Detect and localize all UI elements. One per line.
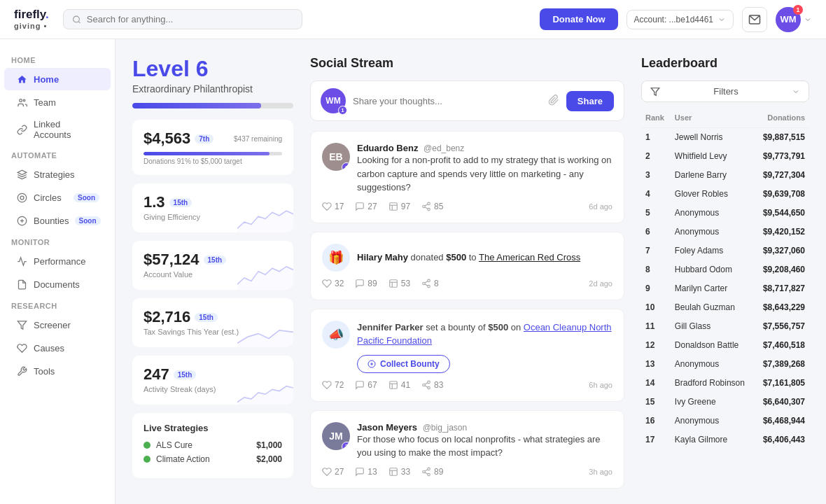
post3-share[interactable]: 41 (388, 380, 410, 390)
leaderboard-row: 6 Anonymous $9,420,152 (641, 223, 809, 241)
sidebar-item-bounties[interactable]: Bounties Soon (4, 209, 111, 232)
post1-share[interactable]: 97 (388, 202, 410, 211)
chevron-down-icon (718, 15, 726, 24)
strategy-dot-als (144, 442, 150, 449)
svg-line-42 (425, 469, 428, 470)
svg-point-33 (423, 384, 426, 386)
compose-input[interactable] (353, 96, 541, 106)
sidebar-item-circles[interactable]: Circles Soon (4, 186, 111, 209)
post3-repost[interactable]: 83 (421, 380, 443, 390)
streak-stat-card: 247 15th Activity Streak (days) (132, 356, 293, 405)
sidebar-item-tools[interactable]: Tools (4, 360, 111, 382)
lb-rank-1: 2 (641, 147, 671, 166)
sidebar-item-circles-label: Circles (34, 192, 62, 203)
filter-label: Filters (664, 86, 788, 97)
mail-button[interactable] (742, 7, 767, 32)
post2-share[interactable]: 53 (388, 279, 410, 288)
svg-line-35 (425, 385, 428, 386)
svg-rect-16 (389, 202, 397, 210)
stream-post-3: 📣 Jennifer Parker set a bounty of $500 o… (310, 309, 624, 402)
sidebar-item-team-label: Team (34, 97, 56, 108)
collect-bounty-button[interactable]: Collect Bounty (357, 355, 450, 373)
avatar-button[interactable]: WM 1 (776, 7, 812, 32)
left-column: Level 6 Extraordinary Philanthropist $4,… (132, 56, 293, 487)
level-title: Level 6 (132, 56, 293, 82)
leaderboard-row: 5 Anonymous $9,544,650 (641, 204, 809, 223)
lb-user-2: Darlene Barry (671, 166, 755, 185)
post2-time: 2d ago (589, 279, 612, 288)
svg-marker-43 (651, 88, 659, 95)
leaderboard-row: 4 Glover Robles $9,639,708 (641, 185, 809, 204)
bounty-icon: 📣 (322, 321, 350, 349)
performance-icon (15, 255, 28, 267)
filter-button[interactable]: Filters (641, 80, 809, 102)
sidebar-item-strategies[interactable]: Strategies (4, 163, 111, 186)
social-stream-column: Social Stream WM 1 Share (310, 56, 624, 487)
post2-comment[interactable]: 89 (355, 279, 377, 288)
attach-icon[interactable] (548, 94, 559, 108)
donations-progress (144, 152, 282, 155)
stream-post-1: EB 3 Eduardo Benz @ed_benz Looking for a… (310, 131, 624, 223)
post1-repost[interactable]: 85 (421, 202, 443, 211)
post4-like[interactable]: 27 (322, 467, 344, 477)
sidebar-item-home[interactable]: Home (4, 68, 111, 90)
post4-repost[interactable]: 89 (421, 467, 443, 477)
sidebar-item-tools-label: Tools (34, 366, 55, 377)
donation-org-link[interactable]: The American Red Cross (479, 252, 580, 262)
main-content: Level 6 Extraordinary Philanthropist $4,… (115, 39, 826, 504)
heart-icon (322, 202, 332, 211)
sidebar-item-linked-accounts[interactable]: Linked Accounts (4, 114, 111, 145)
sidebar-item-causes[interactable]: Causes (4, 337, 111, 359)
donate-button[interactable]: Donate Now (540, 8, 617, 30)
circles-badge: Soon (74, 193, 99, 202)
stream-post-2: 🎁 Hilary Mahy donated $500 to The Americ… (310, 232, 624, 300)
sidebar-item-team[interactable]: Team (4, 91, 111, 113)
compose-avatar-badge: 1 (338, 106, 347, 115)
leaderboard-row: 7 Foley Adams $9,327,060 (641, 241, 809, 260)
logo-tagline: giving • (14, 22, 49, 30)
strategy-name-climate: Climate Action (156, 454, 251, 464)
account-selector[interactable]: Account: ...be1d4461 (626, 10, 734, 29)
post2-actions: 32 89 53 8 (322, 279, 612, 288)
comment-icon (355, 202, 365, 211)
sidebar-section-automate: Automate (0, 146, 115, 162)
sidebar-item-performance[interactable]: Performance (4, 250, 111, 272)
post3-comment[interactable]: 67 (355, 380, 377, 390)
post4-text: For those who focus on local nonprofits … (357, 433, 612, 460)
search-box[interactable] (63, 9, 302, 29)
post4-share[interactable]: 33 (388, 467, 410, 477)
repost-icon (388, 202, 398, 211)
account-sparkline (237, 262, 293, 290)
sidebar-item-screener-label: Screener (34, 320, 71, 330)
svg-point-23 (428, 279, 430, 282)
donations-stat-card: $4,563 7th $437 remaining Donations 91% … (132, 120, 293, 175)
leaderboard-row: 2 Whitfield Levy $9,773,791 (641, 147, 809, 166)
sidebar-item-documents[interactable]: Documents (4, 273, 111, 295)
compose-avatar: WM 1 (321, 88, 346, 113)
post1-like[interactable]: 17 (322, 202, 344, 211)
account-badge: 15th (204, 255, 227, 265)
share-button[interactable]: Share (566, 91, 614, 111)
sidebar-item-screener[interactable]: Screener (4, 314, 111, 336)
repost-icon (388, 380, 398, 390)
avatar: WM 1 (776, 7, 801, 32)
avatar-badge: 1 (793, 5, 803, 15)
post4-avatar: JM 3 (322, 422, 350, 450)
post4-comment[interactable]: 13 (355, 467, 377, 477)
bounties-icon (15, 214, 28, 227)
post1-comment[interactable]: 27 (355, 202, 377, 211)
sidebar-section-research: Research (0, 296, 115, 313)
account-label: Account: ...be1d4461 (634, 15, 713, 24)
sidebar-section-monitor: Monitor (0, 232, 115, 249)
lb-donations-2: $9,727,304 (755, 166, 809, 185)
level-subtitle: Extraordinary Philanthropist (132, 83, 293, 94)
post3-like[interactable]: 72 (322, 380, 344, 390)
live-strategies-card: Live Strategies ALS Cure $1,000 Climate … (132, 413, 293, 478)
sidebar-item-causes-label: Causes (34, 343, 64, 354)
leaderboard-row: 11 Gill Glass $7,556,757 (641, 317, 809, 336)
post2-repost[interactable]: 8 (421, 279, 439, 288)
tax-savings-stat-card: $2,716 15th Tax Savings This Year (est.) (132, 298, 293, 347)
post2-like[interactable]: 32 (322, 279, 344, 288)
search-input[interactable] (87, 14, 293, 24)
lb-rank-5: 6 (641, 223, 671, 241)
